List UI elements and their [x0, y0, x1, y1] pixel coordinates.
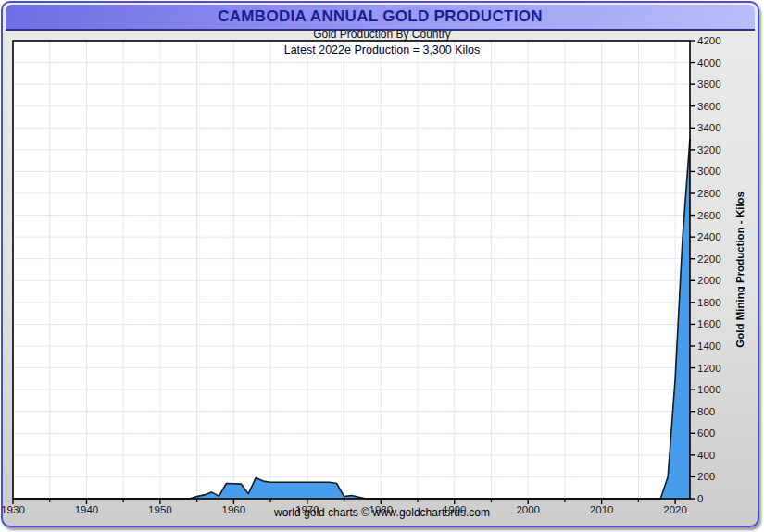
gold-production-area-chart [0, 0, 764, 532]
latest-production-annotation: Latest 2022e Production = 3,300 Kilos [0, 43, 764, 56]
plot-background [13, 41, 690, 499]
chart-subtitle: Gold Production By Country [0, 28, 764, 41]
y-axis-title-text: Gold Mining Production - Kilos [734, 192, 745, 348]
footer-credit: world gold charts © www.goldchartsrus.co… [0, 506, 764, 519]
y-axis-title: Gold Mining Production - Kilos [731, 41, 749, 499]
